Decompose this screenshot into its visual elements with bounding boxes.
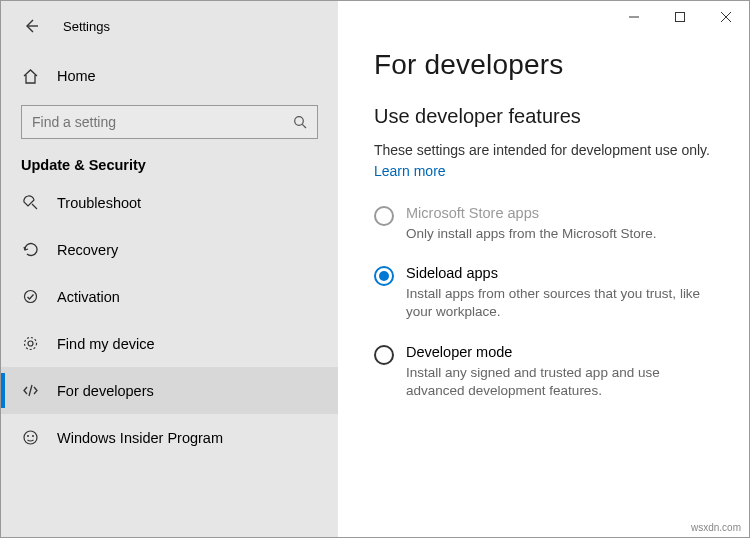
learn-more-link[interactable]: Learn more	[374, 163, 446, 179]
sidebar-item-find-my-device[interactable]: Find my device	[1, 320, 338, 367]
troubleshoot-icon	[21, 194, 39, 211]
back-button[interactable]	[19, 14, 43, 38]
svg-point-12	[32, 435, 34, 437]
sidebar-item-label: Find my device	[57, 336, 155, 352]
sidebar-item-label: Recovery	[57, 242, 118, 258]
section-title: Update & Security	[21, 157, 338, 173]
radio-icon	[374, 266, 394, 286]
main-panel: For developers Use developer features Th…	[338, 1, 749, 537]
sidebar-item-label: Troubleshoot	[57, 195, 141, 211]
settings-description: These settings are intended for developm…	[374, 142, 713, 158]
radio-group: Microsoft Store apps Only install apps f…	[374, 205, 713, 400]
radio-microsoft-store-apps[interactable]: Microsoft Store apps Only install apps f…	[374, 205, 713, 243]
subheading: Use developer features	[374, 105, 713, 128]
dev-icon	[21, 382, 39, 399]
svg-point-7	[24, 291, 36, 303]
app-title: Settings	[63, 19, 110, 34]
radio-title: Microsoft Store apps	[406, 205, 657, 221]
app-window: Settings Home Update & Security Troubles…	[1, 1, 749, 537]
svg-rect-1	[676, 13, 685, 22]
sidebar-item-activation[interactable]: Activation	[1, 273, 338, 320]
radio-description: Install apps from other sources that you…	[406, 285, 713, 321]
radio-developer-mode[interactable]: Developer mode Install any signed and tr…	[374, 344, 713, 400]
search-wrap	[21, 105, 318, 139]
recovery-icon	[21, 241, 39, 258]
radio-icon	[374, 206, 394, 226]
find-icon	[21, 335, 39, 352]
svg-point-11	[27, 435, 29, 437]
svg-point-8	[28, 341, 33, 346]
sidebar-item-label: Windows Insider Program	[57, 430, 223, 446]
svg-point-9	[24, 338, 36, 350]
radio-text: Microsoft Store apps Only install apps f…	[406, 205, 657, 243]
sidebar-item-for-developers[interactable]: For developers	[1, 367, 338, 414]
radio-title: Sideload apps	[406, 265, 713, 281]
sidebar-item-label: Activation	[57, 289, 120, 305]
window-controls	[611, 1, 749, 33]
radio-text: Sideload apps Install apps from other so…	[406, 265, 713, 321]
search-input[interactable]	[21, 105, 318, 139]
minimize-button[interactable]	[611, 1, 657, 33]
radio-icon	[374, 345, 394, 365]
home-nav[interactable]: Home	[1, 57, 338, 95]
titlebar: Settings	[1, 7, 338, 45]
radio-description: Only install apps from the Microsoft Sto…	[406, 225, 657, 243]
radio-sideload-apps[interactable]: Sideload apps Install apps from other so…	[374, 265, 713, 321]
radio-title: Developer mode	[406, 344, 713, 360]
sidebar-item-label: For developers	[57, 383, 154, 399]
watermark: wsxdn.com	[691, 522, 741, 533]
sidebar-item-windows-insider[interactable]: Windows Insider Program	[1, 414, 338, 461]
close-button[interactable]	[703, 1, 749, 33]
radio-description: Install any signed and trusted app and u…	[406, 364, 713, 400]
insider-icon	[21, 429, 39, 446]
sidebar-item-troubleshoot[interactable]: Troubleshoot	[1, 179, 338, 226]
activation-icon	[21, 288, 39, 305]
sidebar-item-recovery[interactable]: Recovery	[1, 226, 338, 273]
svg-point-10	[24, 431, 37, 444]
sidebar: Settings Home Update & Security Troubles…	[1, 1, 338, 537]
home-icon	[21, 68, 39, 85]
radio-text: Developer mode Install any signed and tr…	[406, 344, 713, 400]
page-title: For developers	[374, 49, 713, 81]
home-label: Home	[57, 68, 96, 84]
maximize-button[interactable]	[657, 1, 703, 33]
